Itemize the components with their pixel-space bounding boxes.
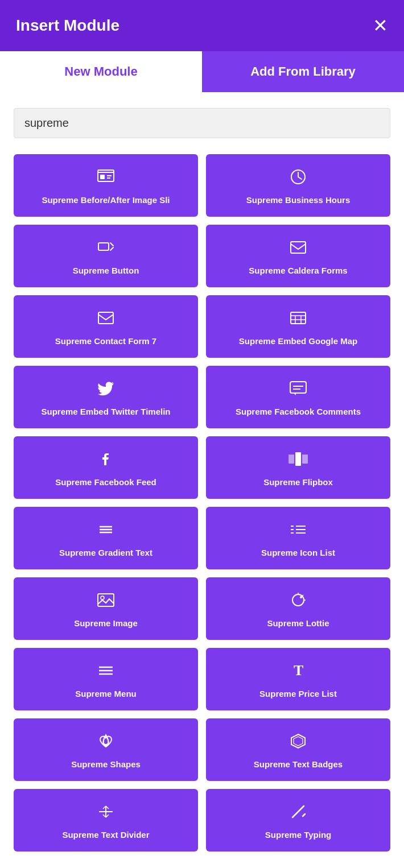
twitter-icon <box>97 379 115 400</box>
module-label-facebook-feed: Supreme Facebook Feed <box>55 477 156 488</box>
svg-point-37 <box>300 596 302 598</box>
module-card-embed-twitter[interactable]: Supreme Embed Twitter Timelin <box>14 366 198 428</box>
svg-rect-24 <box>302 454 308 464</box>
image-icon <box>97 591 115 612</box>
module-label-menu: Supreme Menu <box>75 688 137 700</box>
svg-rect-2 <box>100 175 105 179</box>
tab-new-module[interactable]: New Module <box>0 51 202 92</box>
module-card-before-after[interactable]: Supreme Before/After Image Sli <box>14 154 198 217</box>
close-button[interactable]: ✕ <box>373 16 388 35</box>
flipbox-icon <box>288 450 308 471</box>
module-label-shapes: Supreme Shapes <box>71 759 141 770</box>
module-card-icon-list[interactable]: Supreme Icon List <box>206 507 390 569</box>
module-card-text-badges[interactable]: Supreme Text Badges <box>206 718 390 781</box>
module-label-business-hours: Supreme Business Hours <box>246 195 351 206</box>
text-badges-icon <box>289 732 307 753</box>
tabs-bar: New Module Add From Library <box>0 51 404 92</box>
module-card-embed-google-map[interactable]: Supreme Embed Google Map <box>206 295 390 358</box>
module-card-menu[interactable]: Supreme Menu <box>14 648 198 710</box>
svg-line-10 <box>110 247 113 250</box>
contact-form-7-icon <box>97 309 115 330</box>
modal-title: Insert Module <box>16 16 119 35</box>
svg-rect-13 <box>291 312 306 324</box>
module-card-facebook-feed[interactable]: Supreme Facebook Feed <box>14 436 198 499</box>
module-label-before-after: Supreme Before/After Image Sli <box>42 195 170 206</box>
module-label-image: Supreme Image <box>74 618 138 629</box>
svg-line-9 <box>110 243 113 246</box>
icon-list-icon <box>289 520 307 542</box>
facebook-comments-icon <box>289 379 307 400</box>
svg-line-51 <box>292 806 304 817</box>
module-card-business-hours[interactable]: Supreme Business Hours <box>206 154 390 217</box>
module-card-lottie[interactable]: Supreme Lottie <box>206 577 390 640</box>
module-card-contact-form-7[interactable]: Supreme Contact Form 7 <box>14 295 198 358</box>
module-label-lottie: Supreme Lottie <box>267 618 329 629</box>
caldera-forms-icon <box>289 238 307 259</box>
modal-header: Insert Module ✕ <box>0 0 404 51</box>
module-label-embed-twitter: Supreme Embed Twitter Timelin <box>42 406 171 418</box>
svg-marker-19 <box>294 393 296 395</box>
svg-line-52 <box>303 814 305 816</box>
svg-rect-23 <box>295 452 301 466</box>
module-card-image[interactable]: Supreme Image <box>14 577 198 640</box>
tab-add-from-library[interactable]: Add From Library <box>202 51 404 92</box>
module-label-embed-google-map: Supreme Embed Google Map <box>239 336 357 347</box>
module-card-flipbox[interactable]: Supreme Flipbox <box>206 436 390 499</box>
module-label-facebook-comments: Supreme Facebook Comments <box>236 406 361 418</box>
module-label-contact-form-7: Supreme Contact Form 7 <box>55 336 156 347</box>
module-label-icon-list: Supreme Icon List <box>261 547 335 559</box>
modules-grid: Supreme Before/After Image Sli Supreme B… <box>0 145 404 865</box>
business-hours-icon <box>289 168 307 189</box>
module-card-shapes[interactable]: Supreme Shapes <box>14 718 198 781</box>
module-card-text-divider[interactable]: Supreme Text Divider <box>14 789 198 852</box>
module-label-typing: Supreme Typing <box>265 829 331 841</box>
svg-rect-18 <box>290 382 306 393</box>
search-input[interactable] <box>14 108 390 138</box>
module-card-gradient-text[interactable]: Supreme Gradient Text <box>14 507 198 569</box>
module-label-price-list: Supreme Price List <box>259 688 337 700</box>
module-label-caldera-forms: Supreme Caldera Forms <box>249 265 347 276</box>
lottie-icon <box>289 591 307 612</box>
svg-rect-8 <box>98 243 109 250</box>
module-card-price-list[interactable]: T Supreme Price List <box>206 648 390 710</box>
svg-rect-22 <box>288 454 294 464</box>
facebook-feed-icon <box>97 450 115 471</box>
text-divider-icon <box>97 803 115 824</box>
svg-point-35 <box>101 596 104 600</box>
module-card-caldera-forms[interactable]: Supreme Caldera Forms <box>206 225 390 287</box>
price-list-icon: T <box>289 662 307 683</box>
svg-text:T: T <box>294 662 303 679</box>
module-card-typing[interactable]: Supreme Typing <box>206 789 390 852</box>
svg-rect-11 <box>291 242 306 253</box>
before-after-icon <box>97 168 115 189</box>
module-label-button: Supreme Button <box>73 265 139 276</box>
module-label-gradient-text: Supreme Gradient Text <box>59 547 152 559</box>
embed-google-map-icon <box>289 309 307 330</box>
svg-rect-34 <box>98 594 114 606</box>
search-area <box>0 92 404 145</box>
typing-icon <box>289 803 307 824</box>
gradient-text-icon <box>97 520 115 542</box>
menu-icon <box>97 662 115 683</box>
module-card-button[interactable]: Supreme Button <box>14 225 198 287</box>
module-label-flipbox: Supreme Flipbox <box>263 477 333 488</box>
button-icon <box>97 238 115 259</box>
module-card-facebook-comments[interactable]: Supreme Facebook Comments <box>206 366 390 428</box>
svg-line-40 <box>302 595 303 596</box>
module-label-text-divider: Supreme Text Divider <box>62 829 149 841</box>
shapes-icon <box>97 732 115 753</box>
svg-line-7 <box>298 177 302 179</box>
svg-rect-12 <box>98 312 113 324</box>
module-label-text-badges: Supreme Text Badges <box>254 759 343 770</box>
